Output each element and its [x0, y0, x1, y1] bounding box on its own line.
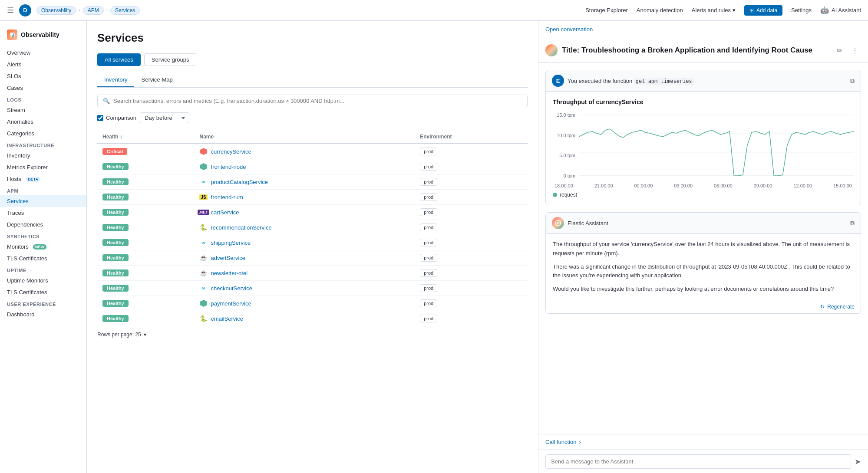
anomaly-detection-link[interactable]: Anomaly detection: [637, 7, 683, 13]
sidebar-item-metrics-explorer[interactable]: Metrics Explorer: [0, 161, 86, 173]
elastic-icon: [555, 220, 561, 226]
service-name[interactable]: frontend-node: [200, 163, 410, 171]
name-cell: 🐍 recommendationService: [195, 220, 415, 235]
sidebar-item-categories[interactable]: Categories: [0, 128, 86, 139]
main-tabs: All services Service groups: [97, 53, 528, 66]
alerts-and-rules-link[interactable]: Alerts and rules ▾: [692, 7, 736, 13]
sidebar-item-cases[interactable]: Cases: [0, 82, 86, 94]
settings-link[interactable]: Settings: [791, 7, 812, 13]
service-name[interactable]: ∞ checkoutService: [200, 284, 410, 292]
sidebar-item-alerts[interactable]: Alerts: [0, 59, 86, 70]
breadcrumb-services[interactable]: Services: [110, 6, 140, 15]
table-row: Healthy ∞ productCatalogService prod: [97, 174, 528, 190]
breadcrumb: Observability › APM › Services: [36, 6, 140, 15]
subtab-service-map[interactable]: Service Map: [134, 73, 179, 87]
tab-service-groups[interactable]: Service groups: [144, 53, 197, 66]
call-function-bar[interactable]: Call function ›: [538, 434, 868, 450]
sidebar-item-hosts[interactable]: Hosts BETA: [0, 173, 86, 185]
new-badge: NEW: [33, 244, 46, 250]
svg-point-9: [557, 222, 559, 224]
service-icon: JS: [200, 193, 208, 201]
sidebar-item-uptime-tls[interactable]: TLS Certificates: [0, 286, 86, 298]
health-cell: Healthy: [97, 205, 195, 220]
breadcrumb-observability[interactable]: Observability: [36, 6, 76, 15]
service-name-text[interactable]: frontend-rum: [211, 194, 243, 200]
env-cell: prod: [415, 220, 528, 235]
service-name-text[interactable]: paymentService: [211, 300, 251, 307]
table-row: Healthy 🐍 emailService prod: [97, 311, 528, 326]
edit-title-button[interactable]: ✏: [833, 44, 845, 56]
sidebar-item-dependencies[interactable]: Dependencies: [0, 219, 86, 230]
sidebar-item-anomalies[interactable]: Anomalies: [0, 116, 86, 128]
search-input[interactable]: [113, 98, 522, 104]
comparison-checkbox-label[interactable]: Comparison: [97, 115, 136, 121]
hamburger-menu[interactable]: ☰: [7, 6, 14, 15]
service-name-text[interactable]: currencyService: [211, 148, 251, 155]
service-name[interactable]: ☕ newsletter-otel: [200, 269, 410, 277]
sidebar-item-slos[interactable]: SLOs: [0, 70, 86, 82]
sidebar-logo: 📊 Observability: [0, 26, 86, 47]
env-badge: prod: [420, 269, 437, 277]
service-name[interactable]: paymentService: [200, 299, 410, 307]
service-name[interactable]: ☕ advertService: [200, 254, 410, 262]
service-name[interactable]: .NET cartService: [200, 208, 410, 216]
sidebar-item-stream[interactable]: Stream: [0, 104, 86, 116]
add-data-button[interactable]: ⊞ Add data: [744, 5, 782, 16]
assistant-copy-button[interactable]: ⧉: [850, 220, 855, 227]
health-badge: Healthy: [102, 163, 129, 170]
copy-button[interactable]: ⧉: [850, 77, 855, 85]
env-badge: prod: [420, 223, 437, 231]
service-name-text[interactable]: advertService: [211, 255, 245, 261]
env-cell: prod: [415, 205, 528, 220]
sidebar-item-monitors[interactable]: Monitors NEW: [0, 241, 86, 253]
service-name[interactable]: JS frontend-rum: [200, 193, 410, 201]
service-icon: [200, 163, 208, 171]
storage-explorer-link[interactable]: Storage Explorer: [585, 7, 628, 13]
service-name-text[interactable]: recommendationService: [211, 224, 272, 231]
open-conversation-link[interactable]: Open conversation: [538, 21, 868, 38]
service-name[interactable]: currencyService: [200, 148, 410, 155]
search-bar[interactable]: 🔍: [97, 95, 528, 107]
chart-legend: request: [553, 192, 854, 198]
sidebar-item-dashboard[interactable]: Dashboard: [0, 309, 86, 320]
service-name-text[interactable]: checkoutService: [211, 285, 252, 292]
service-name[interactable]: ∞ shippingService: [200, 239, 410, 246]
service-name-text[interactable]: cartService: [211, 209, 239, 216]
ai-assistant-button[interactable]: 🤖 AI Assistant: [820, 6, 861, 14]
sub-tabs: Inventory Service Map: [97, 73, 528, 88]
service-name[interactable]: ∞ productCatalogService: [200, 178, 410, 186]
service-name-text[interactable]: newsletter-otel: [211, 270, 248, 276]
top-navigation: ☰ D Observability › APM › Services Stora…: [0, 0, 868, 21]
sidebar-item-uptime-monitors[interactable]: Uptime Monitors: [0, 275, 86, 286]
chart-area: [579, 111, 854, 181]
more-options-button[interactable]: ⋮: [849, 44, 861, 56]
name-cell: 🐍 emailService: [195, 311, 415, 326]
sidebar-item-tls-certs[interactable]: TLS Certificates: [0, 253, 86, 264]
subtab-inventory[interactable]: Inventory: [97, 73, 134, 87]
sidebar-item-services[interactable]: Services: [0, 195, 86, 207]
chat-area: E You executed the function get_apm_time…: [538, 63, 868, 434]
col-name[interactable]: Name: [195, 130, 415, 144]
service-name-text[interactable]: frontend-node: [211, 164, 246, 170]
sidebar-item-overview[interactable]: Overview: [0, 47, 86, 59]
sidebar-item-traces[interactable]: Traces: [0, 207, 86, 219]
service-name[interactable]: 🐍 recommendationService: [200, 223, 410, 231]
health-cell: Healthy: [97, 159, 195, 174]
table-header-row: Health ↓ Name Environment: [97, 130, 528, 144]
service-name-text[interactable]: shippingService: [211, 240, 251, 246]
regenerate-button[interactable]: ↻ Regenerate: [820, 304, 855, 310]
send-button[interactable]: ➤: [855, 457, 861, 466]
chat-input[interactable]: [545, 454, 851, 469]
sidebar-item-inventory[interactable]: Inventory: [0, 150, 86, 161]
comparison-checkbox[interactable]: [97, 115, 103, 121]
service-name-text[interactable]: emailService: [211, 315, 243, 322]
table-row: Healthy ∞ shippingService prod: [97, 235, 528, 250]
comparison-select[interactable]: Day before Week before: [140, 112, 189, 123]
service-name[interactable]: 🐍 emailService: [200, 315, 410, 322]
service-name-text[interactable]: productCatalogService: [211, 179, 268, 185]
rows-dropdown-icon[interactable]: ▾: [144, 332, 146, 338]
breadcrumb-apm[interactable]: APM: [83, 6, 104, 15]
tab-all-services[interactable]: All services: [97, 53, 141, 66]
col-health[interactable]: Health ↓: [97, 130, 195, 144]
col-environment[interactable]: Environment: [415, 130, 528, 144]
